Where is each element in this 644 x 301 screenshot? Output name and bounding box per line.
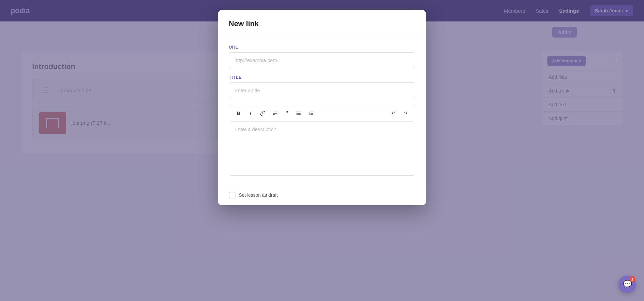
redo-button[interactable]: ↷ [400, 108, 411, 119]
svg-point-6 [297, 112, 298, 112]
draft-label: Set lesson as draft [239, 192, 278, 198]
link-button[interactable] [257, 108, 268, 119]
url-label: URL [229, 45, 415, 50]
modal-header: New link [218, 10, 426, 35]
rte-toolbar: B I " [229, 105, 415, 122]
title-label: Title [229, 75, 415, 80]
chat-widget[interactable]: 💬 1 [619, 276, 636, 293]
modal-title: New link [229, 19, 415, 28]
new-link-modal: New link URL Title B I [218, 10, 426, 205]
description-editor: B I " [229, 105, 415, 176]
undo-button[interactable]: ↶ [388, 108, 399, 119]
description-placeholder: Enter a description [234, 126, 276, 132]
unordered-list-button[interactable] [293, 108, 304, 119]
url-input[interactable] [229, 52, 415, 68]
bold-button[interactable]: B [233, 108, 244, 119]
italic-button[interactable]: I [245, 108, 256, 119]
draft-checkbox-row: Set lesson as draft [218, 192, 426, 205]
description-input[interactable]: Enter a description [229, 122, 415, 175]
svg-point-7 [297, 113, 298, 114]
svg-text:3: 3 [309, 114, 310, 115]
svg-point-8 [297, 114, 298, 115]
ordered-list-button[interactable]: 1 2 3 [306, 108, 316, 119]
draft-checkbox[interactable] [229, 192, 235, 198]
align-button[interactable] [269, 108, 280, 119]
modal-body: URL Title B I [218, 35, 426, 192]
quote-button[interactable]: " [281, 108, 292, 119]
title-input[interactable] [229, 82, 415, 98]
chat-badge: 1 [629, 276, 635, 282]
